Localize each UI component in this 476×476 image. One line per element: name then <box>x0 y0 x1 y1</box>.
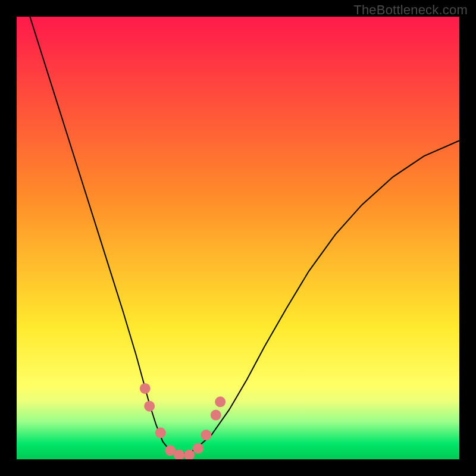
data-marker <box>201 430 211 440</box>
chart-plot <box>17 17 459 459</box>
data-marker <box>211 410 221 421</box>
chart-svg <box>17 17 459 459</box>
chart-background <box>17 17 459 459</box>
data-marker <box>215 396 226 407</box>
data-marker <box>193 443 203 453</box>
app-frame: TheBottleneck.com <box>0 0 476 476</box>
data-marker <box>144 401 155 412</box>
data-marker <box>155 427 166 438</box>
data-marker <box>140 383 151 394</box>
watermark-text: TheBottleneck.com <box>353 2 468 18</box>
